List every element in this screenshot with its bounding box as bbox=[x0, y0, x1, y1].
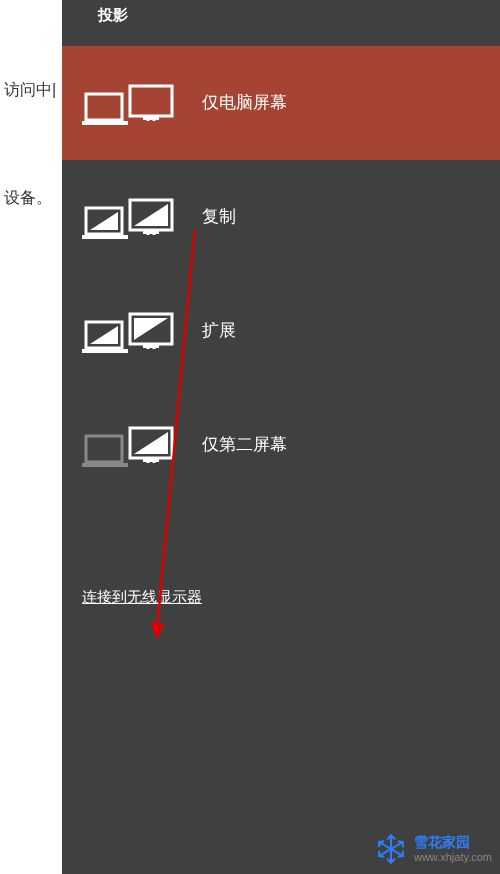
background-panel: 访问中| 设备。 bbox=[0, 0, 62, 874]
wireless-display-link[interactable]: 连接到无线显示器 bbox=[62, 588, 500, 607]
project-panel: 投影 仅电脑屏幕 bbox=[62, 0, 500, 874]
option-label: 仅电脑屏幕 bbox=[202, 80, 287, 126]
project-option-extend[interactable]: 扩展 bbox=[62, 274, 500, 388]
panel-title: 投影 bbox=[62, 0, 500, 46]
extend-icon bbox=[82, 308, 174, 354]
project-option-pc-only[interactable]: 仅电脑屏幕 bbox=[62, 46, 500, 160]
watermark: 雪花家园 www.xhjaty.com bbox=[374, 832, 492, 866]
option-label: 复制 bbox=[202, 194, 236, 240]
second-only-icon bbox=[82, 422, 174, 468]
pc-only-icon bbox=[82, 80, 174, 126]
bg-text-fragment: 访问中| bbox=[4, 80, 56, 101]
duplicate-icon bbox=[82, 194, 174, 240]
option-label: 扩展 bbox=[202, 308, 236, 354]
option-label: 仅第二屏幕 bbox=[202, 422, 287, 468]
watermark-url: www.xhjaty.com bbox=[414, 851, 492, 864]
bg-text-fragment: 设备。 bbox=[4, 188, 52, 209]
svg-rect-0 bbox=[86, 94, 122, 120]
project-option-second-only[interactable]: 仅第二屏幕 bbox=[62, 388, 500, 502]
watermark-title: 雪花家园 bbox=[414, 834, 492, 851]
project-option-duplicate[interactable]: 复制 bbox=[62, 160, 500, 274]
snowflake-icon bbox=[374, 832, 408, 866]
svg-rect-18 bbox=[86, 436, 122, 462]
svg-rect-2 bbox=[130, 86, 172, 116]
